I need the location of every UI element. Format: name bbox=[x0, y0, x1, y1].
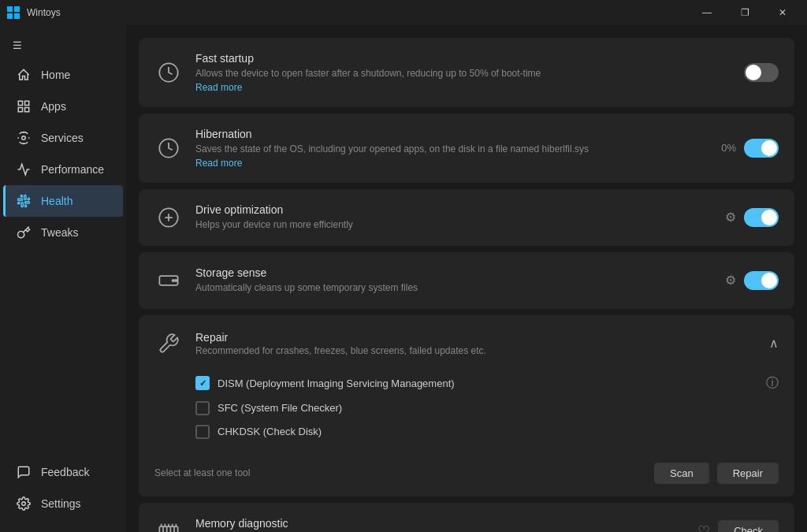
sidebar-item-services-label: Services bbox=[41, 132, 84, 144]
storage-sense-toggle[interactable] bbox=[744, 271, 779, 290]
hibernation-toggle[interactable] bbox=[744, 139, 779, 158]
dism-item: DISM (Deployment Imaging Servicing Manag… bbox=[195, 370, 779, 396]
titlebar: Wintoys — ❐ ✕ bbox=[0, 0, 807, 25]
scan-button[interactable]: Scan bbox=[654, 463, 709, 484]
hibernation-content: Hibernation Saves the state of the OS, i… bbox=[195, 128, 708, 169]
repair-icon bbox=[154, 329, 183, 358]
storage-sense-track[interactable] bbox=[744, 271, 779, 290]
drive-optimization-content: Drive optimization Helps your device run… bbox=[195, 203, 712, 232]
drive-optimization-thumb bbox=[761, 210, 777, 225]
heart-icon[interactable]: ♡ bbox=[697, 523, 710, 532]
sidebar-item-settings[interactable]: Settings bbox=[3, 488, 123, 519]
restore-button[interactable]: ❐ bbox=[727, 0, 763, 25]
home-icon bbox=[16, 67, 32, 83]
sidebar-item-performance[interactable]: Performance bbox=[3, 154, 123, 185]
sidebar-item-feedback[interactable]: Feedback bbox=[3, 456, 123, 488]
sidebar-item-settings-label: Settings bbox=[41, 497, 81, 510]
content-area: Fast startup Allows the device to open f… bbox=[126, 25, 807, 532]
chkdsk-label: CHKDSK (Check Disk) bbox=[218, 426, 322, 437]
repair-button[interactable]: Repair bbox=[717, 463, 779, 484]
chkdsk-checkbox[interactable] bbox=[195, 425, 210, 439]
check-button[interactable]: Check bbox=[718, 520, 779, 532]
memory-title: Memory diagnostic bbox=[195, 517, 685, 530]
performance-icon bbox=[16, 162, 32, 177]
hibernation-thumb bbox=[761, 140, 777, 156]
drive-settings-icon[interactable]: ⚙ bbox=[725, 210, 736, 225]
health-icon bbox=[16, 193, 32, 209]
storage-sense-right: ⚙ bbox=[725, 271, 779, 290]
svg-point-15 bbox=[175, 279, 177, 281]
sfc-label: SFC (System File Checker) bbox=[218, 402, 342, 414]
fast-startup-thumb bbox=[746, 65, 761, 80]
repair-title: Repair bbox=[195, 331, 486, 344]
close-button[interactable]: ✕ bbox=[764, 0, 801, 25]
fast-startup-toggle-area bbox=[744, 63, 779, 82]
repair-header: Repair Recommended for crashes, freezes,… bbox=[139, 315, 794, 367]
drive-optimization-toggle[interactable] bbox=[744, 208, 779, 227]
storage-sense-thumb bbox=[761, 273, 777, 288]
titlebar-controls: — ❐ ✕ bbox=[689, 0, 801, 25]
hibernation-toggle-area: 0% bbox=[721, 139, 779, 158]
drive-optimization-icon bbox=[154, 203, 183, 232]
svg-rect-6 bbox=[18, 108, 22, 112]
tweaks-icon bbox=[16, 225, 32, 240]
hibernation-card: Hibernation Saves the state of the OS, i… bbox=[139, 113, 794, 183]
fast-startup-icon bbox=[154, 58, 183, 87]
svg-point-9 bbox=[22, 502, 26, 506]
hibernation-track[interactable] bbox=[744, 139, 779, 158]
fast-startup-toggle[interactable] bbox=[744, 63, 779, 82]
sidebar-item-feedback-label: Feedback bbox=[41, 466, 89, 478]
sidebar-item-tweaks[interactable]: Tweaks bbox=[3, 217, 123, 248]
repair-collapse-icon[interactable]: ∧ bbox=[769, 336, 779, 351]
hibernation-title: Hibernation bbox=[195, 128, 708, 140]
svg-rect-16 bbox=[159, 526, 177, 532]
minimize-button[interactable]: — bbox=[689, 0, 725, 25]
sidebar-item-home-label: Home bbox=[41, 69, 70, 81]
repair-footer: Select at least one tool Scan Repair bbox=[139, 456, 794, 497]
fast-startup-desc: Allows the device to open faster after a… bbox=[195, 67, 731, 80]
repair-text: Repair Recommended for crashes, freezes,… bbox=[195, 331, 486, 356]
svg-rect-4 bbox=[18, 101, 22, 105]
chkdsk-item: CHKDSK (Check Disk) bbox=[195, 420, 779, 444]
memory-icon bbox=[154, 517, 183, 532]
app-body: ☰ Home Apps bbox=[0, 25, 807, 532]
drive-optimization-track[interactable] bbox=[744, 208, 779, 227]
hibernation-percentage: 0% bbox=[721, 142, 736, 154]
repair-card: Repair Recommended for crashes, freezes,… bbox=[139, 315, 794, 497]
memory-right: ♡ Check bbox=[697, 520, 779, 532]
storage-sense-desc: Automatically cleans up some temporary s… bbox=[195, 281, 712, 295]
drive-optimization-desc: Helps your device run more efficiently bbox=[195, 218, 712, 232]
feedback-icon bbox=[16, 464, 32, 480]
svg-rect-3 bbox=[14, 13, 20, 19]
sidebar-item-health-label: Health bbox=[41, 195, 73, 207]
dism-checkbox[interactable] bbox=[195, 376, 210, 390]
hamburger-icon: ☰ bbox=[13, 39, 22, 51]
dism-label: DISM (Deployment Imaging Servicing Manag… bbox=[218, 378, 455, 389]
sidebar-item-health[interactable]: Health bbox=[3, 185, 123, 217]
sidebar: ☰ Home Apps bbox=[0, 25, 126, 532]
fast-startup-link[interactable]: Read more bbox=[195, 82, 731, 93]
storage-sense-title: Storage sense bbox=[195, 266, 712, 279]
svg-rect-0 bbox=[7, 6, 13, 12]
sfc-item: SFC (System File Checker) bbox=[195, 396, 779, 420]
sfc-checkbox[interactable] bbox=[195, 401, 210, 415]
settings-icon bbox=[16, 496, 32, 512]
sidebar-item-tweaks-label: Tweaks bbox=[41, 226, 78, 239]
storage-settings-icon[interactable]: ⚙ bbox=[725, 273, 736, 288]
hibernation-link[interactable]: Read more bbox=[195, 158, 708, 169]
memory-content: Memory diagnostic Check your device for … bbox=[195, 517, 685, 532]
sidebar-item-services[interactable]: Services bbox=[3, 122, 123, 154]
svg-rect-2 bbox=[7, 13, 13, 19]
drive-optimization-card: Drive optimization Helps your device run… bbox=[139, 189, 794, 246]
sidebar-bottom: Feedback Settings bbox=[0, 456, 126, 526]
sidebar-item-apps[interactable]: Apps bbox=[3, 91, 123, 122]
storage-sense-icon bbox=[154, 266, 183, 295]
fast-startup-track[interactable] bbox=[744, 63, 779, 82]
menu-button[interactable]: ☰ bbox=[0, 32, 126, 59]
svg-rect-7 bbox=[25, 108, 29, 112]
sidebar-item-home[interactable]: Home bbox=[3, 59, 123, 91]
app-logo bbox=[6, 6, 20, 20]
repair-hint: Select at least one tool bbox=[154, 467, 646, 478]
dism-info-icon[interactable]: ⓘ bbox=[766, 375, 779, 392]
services-icon bbox=[16, 130, 32, 146]
